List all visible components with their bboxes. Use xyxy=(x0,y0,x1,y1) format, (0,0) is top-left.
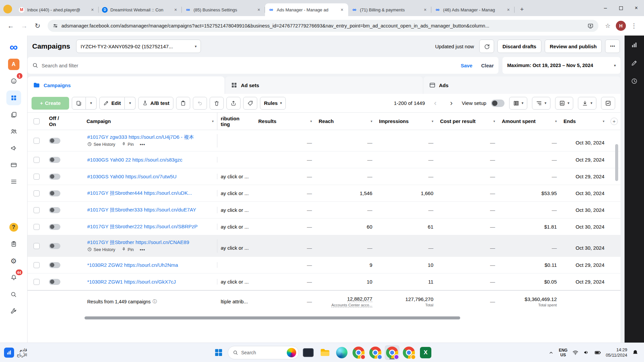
campaign-row[interactable]: #1017GY zgw333 https://sourl.cn/U4j7D6 -… xyxy=(28,130,621,152)
taskbar-widget[interactable]: قادم الأرباح xyxy=(4,348,27,358)
tab-close-button[interactable]: × xyxy=(173,7,178,13)
campaign-link[interactable]: #1017GY 挂Sbrother222 https://sourl.cn/SB… xyxy=(87,224,198,230)
campaign-link[interactable]: #1017GY 挂Sbrother444 https://sourl.cn/uD… xyxy=(87,190,192,196)
browser-profile-avatar[interactable]: H xyxy=(616,21,626,31)
view-setup-toggle[interactable] xyxy=(491,100,504,107)
duplicate-dropdown-button[interactable]: ▾ xyxy=(86,97,97,110)
save-filter-link[interactable]: Save xyxy=(461,63,472,68)
battery-icon[interactable] xyxy=(594,349,601,356)
duplicate-button[interactable] xyxy=(72,97,86,110)
column-header-impressions[interactable]: Impressions▾ xyxy=(376,113,437,130)
date-range-selector[interactable]: Maximum: Oct 19, 2023 – Nov 5, 2024 ▾ xyxy=(502,57,621,74)
paste-button[interactable] xyxy=(176,97,190,110)
browser-tab[interactable]: M Inbox (440) - ahed.player@ × xyxy=(15,3,99,16)
clock-date[interactable]: 14:29 05/11/2024 xyxy=(606,347,627,358)
browser-profile-badge[interactable] xyxy=(3,5,12,13)
start-button[interactable] xyxy=(211,345,226,360)
row-checkbox[interactable] xyxy=(34,157,40,163)
ad-account-selector[interactable]: IYZCH-TY2-XANY0529-02 (152752147... ▾ xyxy=(76,40,201,53)
tab-ad-sets[interactable]: Ad sets xyxy=(225,76,422,94)
browser-tab[interactable]: ∞ Ads Manager - Manage ad × xyxy=(265,3,348,16)
window-close-button[interactable]: × xyxy=(629,0,644,16)
campaign-link[interactable]: #1017GY zgw333 https://sourl.cn/U4j7D6 -… xyxy=(87,134,194,140)
row-checkbox[interactable] xyxy=(34,243,40,249)
notifications-bell-icon[interactable] xyxy=(632,349,639,356)
campaign-row[interactable]: *1030R2 ZGW2 https://sourl.cn/Uh2Nma — 9… xyxy=(28,257,621,274)
rules-button[interactable]: Rules▾ xyxy=(260,97,286,110)
export-button[interactable] xyxy=(226,97,240,110)
campaign-link[interactable]: #1030GS Yah00 22 https://sourl.cn/s83gzc xyxy=(87,157,182,163)
taskbar-app-chrome-profile-red[interactable] xyxy=(351,345,366,360)
sidebar-item-opportunities-smiley[interactable]: 1 xyxy=(6,74,21,88)
browser-menu-icon[interactable]: ⋮ xyxy=(629,20,639,31)
campaign-on-off-toggle[interactable] xyxy=(49,157,60,163)
right-rail-performance-chart[interactable] xyxy=(631,42,638,50)
sidebar-item-audiences-people[interactable] xyxy=(6,124,21,139)
meta-logo-icon[interactable]: ∞ xyxy=(9,40,17,57)
tab-close-button[interactable]: × xyxy=(422,7,428,13)
browser-tab[interactable]: ∞ (85) Business Settings × xyxy=(182,3,265,16)
browser-tab[interactable]: ∞ (71) Billing & payments × xyxy=(348,3,431,16)
review-publish-button[interactable]: Review and publish xyxy=(545,40,602,53)
sidebar-item-search-magnifier[interactable] xyxy=(6,287,21,302)
taskbar-search[interactable]: Search xyxy=(228,346,299,359)
edit-dropdown-button[interactable]: ▾ xyxy=(125,97,136,110)
row-checkbox[interactable] xyxy=(34,262,40,268)
select-all-checkbox[interactable] xyxy=(34,118,40,124)
pin-link[interactable]: Pin xyxy=(121,247,134,253)
column-header-attribution[interactable]: ributionting xyxy=(217,113,255,130)
campaign-row[interactable]: #1017GY 挂Sbrother https://sourl.cn/CNAE8… xyxy=(28,235,621,257)
taskbar-app-chrome-profile-yellow[interactable] xyxy=(401,345,416,360)
sidebar-item-pages-copy[interactable] xyxy=(6,107,21,122)
window-minimize-button[interactable]: – xyxy=(598,0,613,16)
forward-button[interactable]: → xyxy=(18,20,30,32)
campaign-link[interactable]: *1030R2 ZGW2 https://sourl.cn/Uh2Nma xyxy=(87,262,178,268)
column-header-ends[interactable]: Ends▾ xyxy=(560,113,608,130)
undo-button[interactable] xyxy=(193,97,207,110)
browser-tab[interactable]: ∞ (46) Ads Manager - Manag × xyxy=(431,3,515,16)
tray-chevron-up-icon[interactable] xyxy=(548,350,554,356)
campaign-row[interactable]: #1030GS Yah00 https://sourl.cn/7utw5U ay… xyxy=(28,168,621,185)
campaign-on-off-toggle[interactable] xyxy=(49,279,60,285)
volume-icon[interactable] xyxy=(583,349,590,356)
search-filter-bar[interactable]: Search and filter Save Clear xyxy=(28,57,498,74)
row-checkbox[interactable] xyxy=(34,207,40,213)
row-checkbox[interactable] xyxy=(34,174,40,180)
campaign-row[interactable]: *1030R2 ZGW1 https://sourl.cn/GkX7cJ ay … xyxy=(28,274,621,290)
tab-close-button[interactable]: × xyxy=(90,7,95,13)
taskbar-app-chrome-profile-purple[interactable] xyxy=(385,345,399,360)
taskbar-app-excel[interactable]: X xyxy=(418,345,433,360)
sidebar-item-account-avatar[interactable]: A xyxy=(6,57,21,72)
site-settings-icon[interactable] xyxy=(52,23,58,29)
info-icon[interactable]: ⓘ xyxy=(153,299,157,305)
see-history-link[interactable]: See History xyxy=(87,247,115,253)
taskbar-app-chrome-profile-blue[interactable] xyxy=(368,345,383,360)
edit-button[interactable]: Edit xyxy=(99,97,125,110)
campaign-row[interactable]: #1017GY 挂Sbrother222 https://sourl.cn/SB… xyxy=(28,219,621,235)
right-rail-history-clock[interactable] xyxy=(631,78,638,86)
address-bar-input[interactable]: adsmanager.facebook.com/adsmanager/manag… xyxy=(48,20,598,32)
campaign-on-off-toggle[interactable] xyxy=(49,207,60,213)
sidebar-item-settings-gear[interactable]: ⚙ xyxy=(6,253,21,268)
reports-button[interactable]: ▾ xyxy=(555,97,574,110)
tab-campaigns[interactable]: Campaigns xyxy=(28,76,224,94)
taskbar-app-file-explorer[interactable] xyxy=(318,345,332,360)
column-header-cost-per-result[interactable]: Cost per result▾ xyxy=(437,113,498,130)
column-header-amount-spent[interactable]: Amount spent▾ xyxy=(498,113,560,130)
create-button[interactable]: +Create xyxy=(32,97,69,110)
row-checkbox[interactable] xyxy=(34,224,40,230)
pin-link[interactable]: Pin xyxy=(121,142,134,147)
breakdown-button[interactable]: ▾ xyxy=(532,97,550,110)
campaign-on-off-toggle[interactable] xyxy=(49,174,60,180)
column-header-results[interactable]: Results▾ xyxy=(255,113,315,130)
more-actions-button[interactable]: ••• xyxy=(140,247,145,252)
sidebar-item-advertise-megaphone[interactable] xyxy=(6,141,21,156)
sidebar-item-campaigns-grid[interactable] xyxy=(6,90,21,105)
add-column-button[interactable]: + xyxy=(610,118,618,125)
campaign-link[interactable]: #1030GS Yah00 https://sourl.cn/7utw5U xyxy=(87,174,176,179)
campaign-link[interactable]: *1030R2 ZGW1 https://sourl.cn/GkX7cJ xyxy=(87,279,176,285)
right-rail-edit-pencil[interactable] xyxy=(631,60,638,68)
tag-button[interactable] xyxy=(243,97,257,110)
reload-button[interactable]: ↻ xyxy=(32,20,44,32)
campaign-on-off-toggle[interactable] xyxy=(49,224,60,230)
